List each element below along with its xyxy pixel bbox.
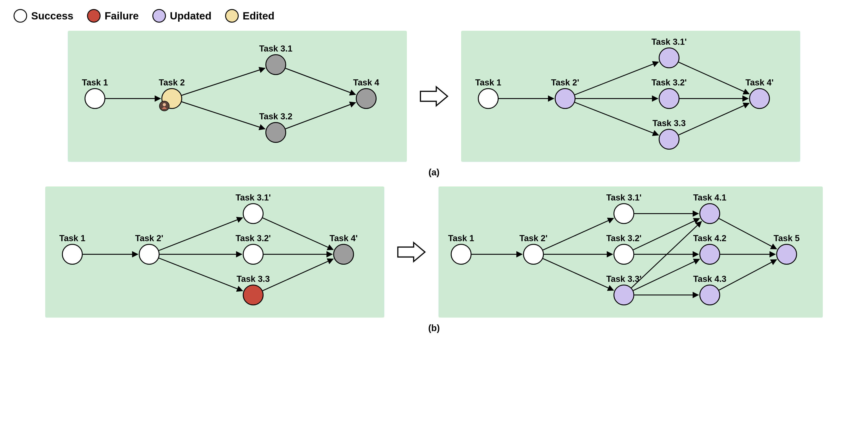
task-node: Task 3.2	[259, 111, 292, 142]
graph-a-left: Task 1Task 2Task 3.1Task 3.2Task 4	[68, 31, 407, 162]
legend-swatch-updated	[152, 9, 166, 23]
graph-a-right: Task 1Task 2'Task 3.1'Task 3.2'Task 3.3T…	[461, 31, 800, 162]
panel-a-left-wrap: Task 1Task 2Task 3.1Task 3.2Task 4	[68, 31, 407, 162]
edge	[633, 259, 700, 290]
svg-point-16	[243, 244, 263, 264]
task-label: Task 2'	[551, 78, 579, 87]
caption-a: (a)	[13, 167, 855, 178]
row-b: Task 1Task 2'Task 3.1'Task 3.2'Task 3.3T…	[13, 187, 855, 318]
task-node: Task 1	[475, 78, 501, 108]
svg-point-20	[451, 244, 471, 264]
legend-label-failure: Failure	[105, 10, 139, 22]
task-node: Task 4'	[745, 78, 774, 108]
svg-point-27	[700, 285, 720, 305]
task-label: Task 4.1	[693, 193, 726, 202]
task-label: Task 3.1'	[651, 37, 687, 46]
edge	[285, 103, 355, 129]
svg-point-26	[700, 244, 720, 264]
task-node: Task 4.3	[693, 274, 726, 305]
row-a: Task 1Task 2Task 3.1Task 3.2Task 4 Task …	[13, 31, 855, 162]
graph-b-right: Task 1Task 2'Task 3.1'Task 3.2'Task 3.3'…	[438, 187, 823, 318]
edge	[159, 218, 243, 251]
svg-marker-19	[398, 243, 425, 261]
task-label: Task 2	[159, 78, 185, 87]
panel-a-left: Task 1Task 2Task 3.1Task 3.2Task 4	[68, 31, 407, 162]
svg-point-28	[777, 244, 797, 264]
edge	[679, 103, 749, 135]
edge	[679, 62, 749, 94]
task-label: Task 3.2'	[236, 233, 271, 243]
task-node: Task 1	[82, 78, 108, 108]
legend-label-edited: Edited	[243, 10, 275, 22]
panel-a-right-wrap: Task 1Task 2'Task 3.1'Task 3.2'Task 3.3T…	[461, 31, 800, 162]
edge	[575, 62, 659, 95]
panel-b-left-wrap: Task 1Task 2'Task 3.1'Task 3.2'Task 3.3T…	[45, 187, 384, 318]
task-node: Task 2'	[520, 233, 548, 264]
task-node: Task 4'	[330, 233, 358, 264]
panel-b-right-wrap: Task 1Task 2'Task 3.1'Task 3.2'Task 3.3'…	[438, 187, 823, 318]
task-label: Task 4	[353, 78, 379, 87]
task-label: Task 3.3'	[606, 274, 642, 284]
legend-item-edited: Edited	[225, 9, 275, 23]
svg-point-12	[749, 89, 770, 108]
svg-point-7	[478, 89, 498, 108]
task-label: Task 2'	[520, 233, 548, 243]
edge	[719, 219, 777, 249]
task-label: Task 2'	[135, 233, 163, 243]
task-label: Task 1	[59, 233, 85, 243]
task-label: Task 1	[448, 233, 474, 243]
transition-arrow-b	[396, 238, 427, 265]
graph-b-left: Task 1Task 2'Task 3.1'Task 3.2'Task 3.3T…	[45, 187, 384, 318]
task-label: Task 5	[774, 233, 800, 243]
task-node: Task 2'	[135, 233, 163, 264]
svg-point-13	[62, 244, 82, 264]
task-label: Task 1	[475, 78, 501, 87]
svg-point-5	[356, 89, 376, 108]
svg-point-8	[555, 89, 575, 108]
edge	[263, 218, 333, 250]
legend-label-updated: Updated	[170, 10, 212, 22]
legend-swatch-edited	[225, 9, 239, 23]
edge	[633, 218, 700, 250]
edge	[719, 259, 777, 290]
svg-point-11	[659, 129, 679, 149]
task-node: Task 5	[774, 233, 800, 264]
task-node: Task 4	[353, 78, 379, 108]
panel-b-right: Task 1Task 2'Task 3.1'Task 3.2'Task 3.3'…	[438, 187, 823, 318]
svg-point-4	[266, 123, 286, 142]
legend-item-failure: Failure	[87, 9, 139, 23]
legend-swatch-failure	[87, 9, 101, 23]
task-label: Task 3.3	[652, 119, 686, 128]
svg-marker-6	[421, 87, 447, 106]
task-label: Task 3.2'	[606, 233, 642, 243]
legend-swatch-success	[13, 9, 27, 23]
transition-arrow-a	[418, 83, 450, 110]
task-label: Task 3.2'	[651, 78, 687, 87]
task-label: Task 4.3	[693, 274, 726, 284]
svg-point-18	[334, 244, 353, 264]
svg-point-14	[139, 244, 159, 264]
edge	[159, 258, 243, 291]
svg-point-21	[524, 244, 544, 264]
task-label: Task 3.3	[237, 274, 270, 284]
task-node: Task 3.1	[259, 44, 292, 74]
edge	[285, 68, 355, 94]
legend-label-success: Success	[31, 10, 73, 22]
task-label: Task 3.1	[259, 44, 292, 53]
legend: Success Failure Updated Edited	[13, 9, 855, 23]
edge	[263, 259, 333, 291]
legend-item-success: Success	[13, 9, 73, 23]
panel-a-right: Task 1Task 2'Task 3.1'Task 3.2'Task 3.3T…	[461, 31, 800, 162]
task-node: Task 2	[159, 78, 185, 111]
svg-point-22	[614, 204, 634, 224]
task-label: Task 3.1'	[236, 193, 271, 202]
svg-point-24	[614, 285, 634, 305]
edge	[543, 218, 614, 250]
task-label: Task 4.2	[693, 233, 726, 243]
task-node: Task 2'	[551, 78, 579, 108]
task-node: Task 3.2'	[236, 233, 271, 264]
task-label: Task 4'	[745, 78, 774, 87]
svg-point-3	[266, 55, 286, 74]
task-label: Task 4'	[330, 233, 358, 243]
edge	[182, 102, 265, 129]
